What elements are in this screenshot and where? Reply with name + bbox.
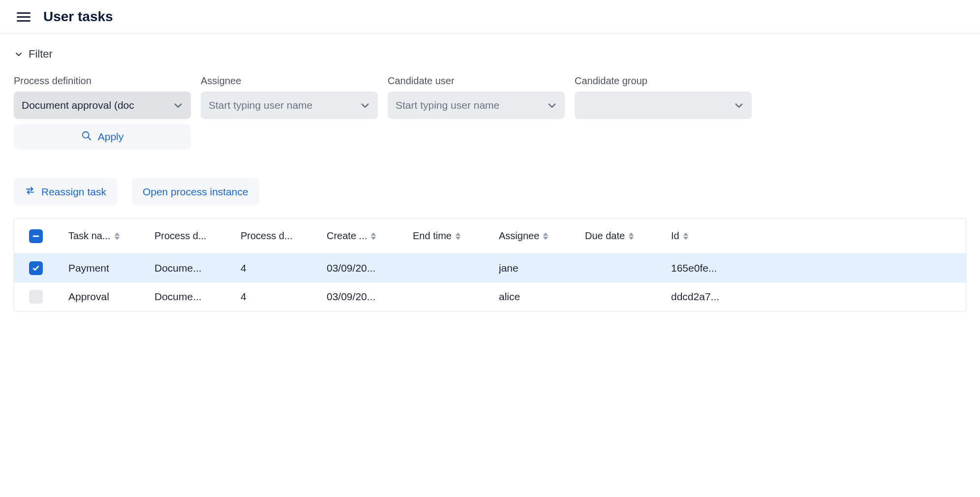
cell-due (585, 261, 671, 275)
reassign-label: Reassign task (41, 186, 106, 198)
apply-label: Apply (98, 131, 124, 143)
process-definition-value: Document approval (doc (22, 99, 134, 111)
cell-end (413, 261, 499, 275)
col-process-def-ver[interactable]: Process d... (241, 220, 327, 251)
row-select-cell (14, 290, 68, 304)
row-select-cell (14, 261, 68, 275)
sort-icon (683, 233, 688, 240)
candidate-user-placeholder: Start typing user name (396, 99, 499, 111)
sort-icon (371, 233, 376, 240)
cell-due (585, 290, 671, 304)
chevron-down-icon (15, 50, 23, 58)
table-row[interactable]: PaymentDocume...403/09/20...jane165e0fe.… (14, 254, 966, 282)
table-row[interactable]: ApprovalDocume...403/09/20...aliceddcd2a… (14, 282, 966, 311)
cell-task_name: Payment (68, 255, 154, 281)
filter-candidate-group: Candidate group (575, 75, 752, 150)
open-process-instance-button[interactable]: Open process instance (132, 178, 259, 205)
cell-process_def_ver: 4 (241, 284, 327, 310)
cell-process_def_ver: 4 (241, 255, 327, 281)
cell-process_def: Docume... (154, 284, 241, 310)
filter-label-assignee: Assignee (201, 75, 378, 87)
table-body: PaymentDocume...403/09/20...jane165e0fe.… (14, 254, 966, 311)
reassign-task-button[interactable]: Reassign task (14, 178, 117, 205)
filters-row: Process definition Document approval (do… (14, 75, 966, 150)
process-definition-select[interactable]: Document approval (doc (14, 92, 191, 119)
chevron-down-icon (360, 100, 370, 110)
col-due[interactable]: Due date (585, 220, 671, 251)
select-all-checkbox[interactable] (29, 229, 43, 243)
assignee-select[interactable]: Start typing user name (201, 92, 378, 119)
candidate-user-select[interactable]: Start typing user name (388, 92, 565, 119)
cell-id: 165e0fe... (671, 255, 966, 281)
filter-label-candidate-group: Candidate group (575, 75, 752, 87)
col-end[interactable]: End time (413, 220, 499, 251)
chevron-down-icon (734, 100, 744, 110)
sort-icon (456, 233, 460, 240)
col-task-name[interactable]: Task na... (68, 220, 154, 251)
cell-assignee: jane (499, 255, 585, 281)
cell-process_def: Docume... (154, 255, 241, 281)
assignee-placeholder: Start typing user name (209, 99, 312, 111)
row-checkbox[interactable] (29, 261, 43, 275)
svg-line-1 (88, 137, 91, 140)
filter-candidate-user: Candidate user Start typing user name (388, 75, 565, 150)
cell-assignee: alice (499, 284, 585, 310)
filter-label-candidate-user: Candidate user (388, 75, 565, 87)
filter-toggle[interactable]: Filter (14, 48, 966, 61)
table-header: Task na... Process d... Process d... Cre… (14, 218, 966, 254)
filter-label-process-definition: Process definition (14, 75, 191, 87)
search-icon (81, 130, 92, 144)
cell-end (413, 290, 499, 304)
content: Filter Process definition Document appro… (0, 34, 980, 331)
sort-icon (629, 233, 634, 240)
select-all-cell (14, 229, 68, 243)
col-id[interactable]: Id (671, 220, 966, 251)
sort-icon (543, 233, 548, 240)
page-title: User tasks (43, 9, 113, 25)
cell-create: 03/09/20... (327, 284, 413, 310)
col-process-def[interactable]: Process d... (154, 220, 241, 251)
filter-label: Filter (29, 48, 53, 61)
actions-row: Reassign task Open process instance (14, 178, 966, 205)
filter-process-definition: Process definition Document approval (do… (14, 75, 191, 150)
open-instance-label: Open process instance (143, 186, 248, 198)
cell-id: ddcd2a7... (671, 284, 966, 310)
col-assignee[interactable]: Assignee (499, 220, 585, 251)
candidate-group-select[interactable] (575, 92, 752, 119)
sort-icon (115, 233, 120, 240)
filter-assignee: Assignee Start typing user name (201, 75, 378, 150)
swap-icon (25, 185, 35, 198)
apply-button[interactable]: Apply (14, 124, 191, 150)
tasks-table: Task na... Process d... Process d... Cre… (14, 218, 966, 311)
chevron-down-icon (547, 100, 557, 110)
chevron-down-icon (173, 100, 183, 110)
topbar: User tasks (0, 0, 980, 34)
cell-create: 03/09/20... (327, 255, 413, 281)
menu-icon[interactable] (17, 10, 31, 24)
cell-task_name: Approval (68, 284, 154, 310)
col-create[interactable]: Create ... (327, 220, 413, 251)
row-checkbox[interactable] (29, 290, 43, 304)
